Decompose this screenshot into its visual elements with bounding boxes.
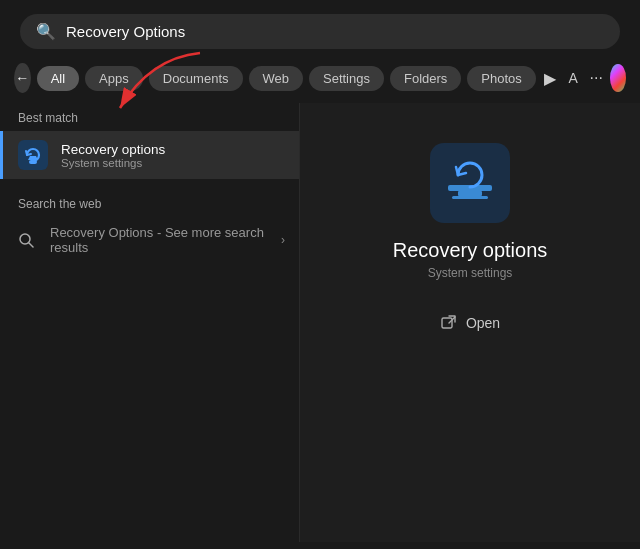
svg-rect-8	[458, 191, 482, 196]
main-content: Best match Recovery options System setti…	[0, 103, 640, 542]
filter-folders[interactable]: Folders	[390, 66, 461, 91]
rp-subtitle: System settings	[428, 266, 513, 280]
filter-bar: ← All Apps Documents Web Settings Folder…	[0, 59, 640, 103]
recovery-options-icon	[17, 139, 49, 171]
recovery-icon-large	[430, 143, 510, 223]
result-subtitle: System settings	[61, 157, 165, 169]
result-title: Recovery options	[61, 142, 165, 157]
web-search-icon	[14, 228, 38, 252]
left-panel: Best match Recovery options System setti…	[0, 103, 300, 542]
search-input[interactable]	[66, 23, 604, 40]
recovery-options-result[interactable]: Recovery options System settings	[0, 131, 299, 179]
web-chevron-icon: ›	[281, 233, 285, 247]
svg-rect-6	[430, 143, 510, 223]
open-icon	[440, 314, 458, 332]
open-button[interactable]: Open	[430, 308, 510, 338]
filter-documents[interactable]: Documents	[149, 66, 243, 91]
open-label: Open	[466, 315, 500, 331]
right-panel: Recovery options System settings Open	[300, 103, 640, 542]
filter-photos[interactable]: Photos	[467, 66, 535, 91]
filter-apps[interactable]: Apps	[85, 66, 143, 91]
filter-settings[interactable]: Settings	[309, 66, 384, 91]
result-text: Recovery options System settings	[61, 142, 165, 169]
voice-label: A	[564, 70, 581, 86]
svg-rect-9	[452, 196, 488, 199]
play-button[interactable]: ▶	[542, 63, 559, 93]
web-search-item[interactable]: Recovery Options - See more search resul…	[0, 217, 299, 263]
web-section: Search the web Recovery Options - See mo…	[0, 189, 299, 263]
svg-rect-2	[29, 160, 37, 164]
filter-all[interactable]: All	[37, 66, 79, 91]
search-bar[interactable]: 🔍	[20, 14, 620, 49]
web-section-label: Search the web	[0, 189, 299, 217]
best-match-label: Best match	[0, 103, 299, 131]
filter-web[interactable]: Web	[249, 66, 304, 91]
web-item-text: Recovery Options - See more search resul…	[50, 225, 269, 255]
svg-rect-1	[18, 140, 48, 170]
back-button[interactable]: ←	[14, 63, 31, 93]
search-icon: 🔍	[36, 22, 56, 41]
svg-line-5	[29, 243, 33, 247]
windows-icon[interactable]	[610, 64, 626, 92]
more-button[interactable]: ···	[588, 63, 605, 93]
svg-rect-10	[442, 318, 452, 328]
rp-title: Recovery options	[393, 239, 548, 262]
